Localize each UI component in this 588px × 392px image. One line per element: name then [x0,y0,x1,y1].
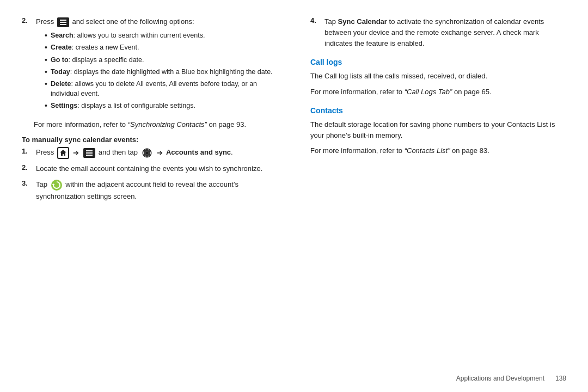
call-logs-p2-suffix: on page 65. [452,88,491,96]
arrow-2: ➔ [157,148,163,158]
arrow-1: ➔ [73,148,79,158]
more-info-link: “Synchronizing Contacts” [128,120,207,128]
right-column: 4. Tap Sync Calendar to activate the syn… [305,16,566,376]
step-4: 4. Tap Sync Calendar to activate the syn… [310,16,566,49]
step-4-content: Tap Sync Calendar to activate the synchr… [324,16,566,49]
contacts-p2: For more information, refer to “Contacts… [310,145,566,156]
bullet-goto: Go to: displays a specific date. [45,55,278,65]
call-logs-p2: For more information, refer to “Call Log… [310,87,566,97]
page: 2. Press and select one of the following… [0,0,588,392]
sub-step-2-number: 2. [22,163,34,171]
svg-rect-0 [60,20,66,21]
sub-step-1-number: 1. [22,147,34,155]
sub-step-1-suffix: Accounts and sync [166,149,231,157]
menu-icon-2 [83,148,95,158]
svg-point-6 [145,151,149,155]
call-logs-p2-prefix: For more information, refer to [310,88,405,96]
contacts-p2-prefix: For more information, refer to [310,146,405,155]
contacts-heading: Contacts [310,106,566,115]
sub-step-1-press: Press [36,149,56,157]
step-2: 2. Press and select one of the following… [22,16,278,114]
call-logs-heading: Call logs [310,58,566,66]
more-info-prefix: For more information, refer to [34,120,128,128]
bullet-search: Search: allows you to search within curr… [45,30,278,40]
footer-label: Applications and Development [456,375,544,382]
sub-step-3-tap: Tap [36,180,50,188]
step-2-suffix: and select one of the following options: [72,17,194,26]
svg-rect-3 [86,150,93,151]
step-4-bold: Sync Calendar [338,17,387,26]
step-4-prefix: Tap [324,17,338,26]
svg-rect-2 [60,24,66,25]
sub-step-1: 1. Press ➔ and [22,147,278,159]
svg-rect-4 [86,152,93,154]
sync-icon [51,179,63,191]
sub-step-1-content: Press ➔ and then tap [36,147,278,159]
sub-step-3-suffix: within the adjacent account field to rev… [36,180,238,200]
bullet-delete: Delete: allows you to delete All events,… [45,79,278,99]
step-2-content: Press and select one of the following op… [36,16,278,114]
sub-step-2-content: Locate the email account containing the … [36,163,278,174]
contacts-p2-link: “Contacts List” [405,146,450,155]
contacts-p2-suffix: on page 83. [450,146,489,155]
sub-step-2: 2. Locate the email account containing t… [22,163,278,174]
sub-step-3-content: Tap within the adjacent account field to… [36,179,278,202]
sub-step-3-number: 3. [22,179,34,187]
options-list: Search: allows you to search within curr… [45,30,278,111]
more-info-suffix: on page 93. [207,120,246,128]
subheading: To manually sync calendar events: [22,136,278,144]
step-2-number: 2. [22,16,34,24]
contacts-p1: The default storage location for saving … [310,119,566,141]
footer-page: 138 [555,375,566,382]
bullet-create: Create: creates a new Event. [45,42,278,52]
footer: Applications and Development 138 [456,375,566,382]
home-icon [57,147,69,159]
call-logs-p1: The Call log lists all the calls missed,… [310,71,566,82]
sub-step-1-then: and then tap [99,149,140,157]
step-2-prefix: Press [36,17,54,26]
more-info-para: For more information, refer to “Synchron… [34,119,278,130]
menu-icon [57,17,69,27]
left-column: 2. Press and select one of the following… [22,16,283,376]
gear-icon [141,147,153,159]
sub-step-1-period: . [231,149,233,157]
sub-step-3: 3. Tap within the adjacent account field… [22,179,278,202]
svg-rect-1 [60,22,66,23]
bullet-settings: Settings: displays a list of configurabl… [45,101,278,111]
svg-rect-5 [86,155,93,156]
bullet-today: Today: displays the date highlighted wit… [45,67,278,77]
step-4-number: 4. [310,16,322,24]
call-logs-p2-link: “Call Logs Tab” [405,88,452,96]
